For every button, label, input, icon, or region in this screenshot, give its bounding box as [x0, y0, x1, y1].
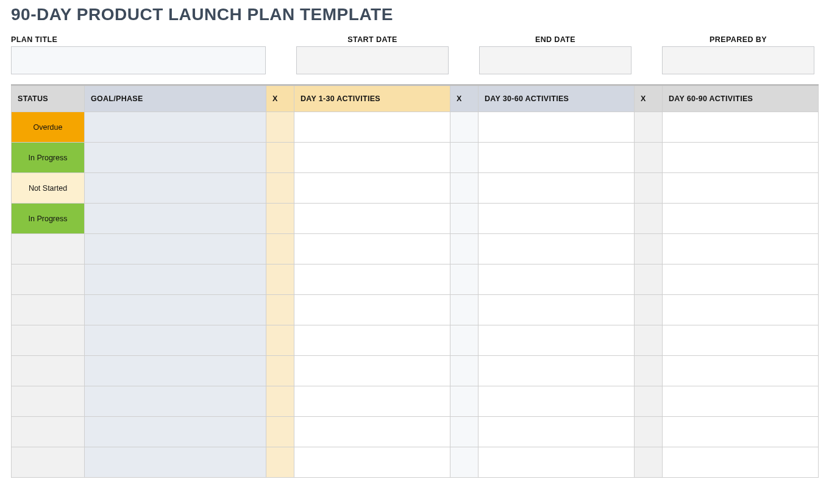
x2-cell[interactable]: [450, 112, 479, 143]
x1-cell[interactable]: [266, 295, 294, 325]
x2-cell[interactable]: [450, 295, 479, 325]
act1-cell[interactable]: [294, 417, 450, 447]
act2-cell[interactable]: [479, 447, 635, 478]
x1-cell[interactable]: [266, 204, 294, 234]
status-cell[interactable]: [12, 325, 85, 356]
x2-cell[interactable]: [450, 447, 479, 478]
goal-cell[interactable]: [85, 417, 266, 447]
act2-cell[interactable]: [479, 295, 635, 325]
act3-cell[interactable]: [663, 417, 819, 447]
act1-cell[interactable]: [294, 325, 450, 356]
status-cell[interactable]: In Progress: [12, 143, 85, 173]
x3-cell[interactable]: [635, 447, 663, 478]
goal-cell[interactable]: [85, 356, 266, 386]
x1-cell[interactable]: [266, 234, 294, 264]
x1-cell[interactable]: [266, 356, 294, 386]
act2-cell[interactable]: [479, 234, 635, 264]
x2-cell[interactable]: [450, 264, 479, 295]
act2-cell[interactable]: [479, 356, 635, 386]
plan-title-input[interactable]: [11, 46, 266, 74]
x1-cell[interactable]: [266, 143, 294, 173]
x1-cell[interactable]: [266, 417, 294, 447]
x3-cell[interactable]: [635, 143, 663, 173]
act3-cell[interactable]: [663, 234, 819, 264]
x3-cell[interactable]: [635, 325, 663, 356]
act1-cell[interactable]: [294, 295, 450, 325]
x2-cell[interactable]: [450, 325, 479, 356]
x3-cell[interactable]: [635, 204, 663, 234]
goal-cell[interactable]: [85, 234, 266, 264]
x1-cell[interactable]: [266, 325, 294, 356]
act3-cell[interactable]: [663, 264, 819, 295]
status-cell[interactable]: Overdue: [12, 112, 85, 143]
status-cell[interactable]: [12, 234, 85, 264]
act1-cell[interactable]: [294, 264, 450, 295]
act1-cell[interactable]: [294, 447, 450, 478]
x3-cell[interactable]: [635, 295, 663, 325]
status-cell[interactable]: Not Started: [12, 173, 85, 204]
act1-cell[interactable]: [294, 204, 450, 234]
x3-cell[interactable]: [635, 417, 663, 447]
status-cell[interactable]: [12, 356, 85, 386]
goal-cell[interactable]: [85, 204, 266, 234]
x1-cell[interactable]: [266, 447, 294, 478]
act3-cell[interactable]: [663, 143, 819, 173]
act2-cell[interactable]: [479, 325, 635, 356]
act1-cell[interactable]: [294, 112, 450, 143]
prepared-by-input[interactable]: [662, 46, 814, 74]
act2-cell[interactable]: [479, 417, 635, 447]
status-cell[interactable]: [12, 264, 85, 295]
x2-cell[interactable]: [450, 204, 479, 234]
act2-cell[interactable]: [479, 386, 635, 417]
act1-cell[interactable]: [294, 173, 450, 204]
x2-cell[interactable]: [450, 234, 479, 264]
end-date-input[interactable]: [479, 46, 632, 74]
x3-cell[interactable]: [635, 112, 663, 143]
act2-cell[interactable]: [479, 173, 635, 204]
x1-cell[interactable]: [266, 112, 294, 143]
status-cell[interactable]: [12, 417, 85, 447]
goal-cell[interactable]: [85, 325, 266, 356]
x3-cell[interactable]: [635, 264, 663, 295]
act2-cell[interactable]: [479, 143, 635, 173]
x3-cell[interactable]: [635, 356, 663, 386]
act1-cell[interactable]: [294, 386, 450, 417]
act3-cell[interactable]: [663, 356, 819, 386]
x3-cell[interactable]: [635, 173, 663, 204]
act3-cell[interactable]: [663, 325, 819, 356]
goal-cell[interactable]: [85, 143, 266, 173]
x1-cell[interactable]: [266, 264, 294, 295]
x2-cell[interactable]: [450, 143, 479, 173]
act3-cell[interactable]: [663, 112, 819, 143]
x2-cell[interactable]: [450, 356, 479, 386]
goal-cell[interactable]: [85, 295, 266, 325]
act3-cell[interactable]: [663, 173, 819, 204]
x3-cell[interactable]: [635, 386, 663, 417]
act1-cell[interactable]: [294, 143, 450, 173]
act2-cell[interactable]: [479, 112, 635, 143]
act3-cell[interactable]: [663, 386, 819, 417]
x1-cell[interactable]: [266, 386, 294, 417]
x2-cell[interactable]: [450, 386, 479, 417]
goal-cell[interactable]: [85, 264, 266, 295]
goal-cell[interactable]: [85, 386, 266, 417]
goal-cell[interactable]: [85, 112, 266, 143]
act3-cell[interactable]: [663, 295, 819, 325]
x1-cell[interactable]: [266, 173, 294, 204]
act3-cell[interactable]: [663, 204, 819, 234]
x2-cell[interactable]: [450, 173, 479, 204]
act1-cell[interactable]: [294, 356, 450, 386]
status-cell[interactable]: [12, 295, 85, 325]
x2-cell[interactable]: [450, 417, 479, 447]
act3-cell[interactable]: [663, 447, 819, 478]
status-cell[interactable]: [12, 447, 85, 478]
act1-cell[interactable]: [294, 234, 450, 264]
goal-cell[interactable]: [85, 447, 266, 478]
act2-cell[interactable]: [479, 264, 635, 295]
act2-cell[interactable]: [479, 204, 635, 234]
start-date-input[interactable]: [296, 46, 449, 74]
goal-cell[interactable]: [85, 173, 266, 204]
status-cell[interactable]: In Progress: [12, 204, 85, 234]
status-cell[interactable]: [12, 386, 85, 417]
x3-cell[interactable]: [635, 234, 663, 264]
